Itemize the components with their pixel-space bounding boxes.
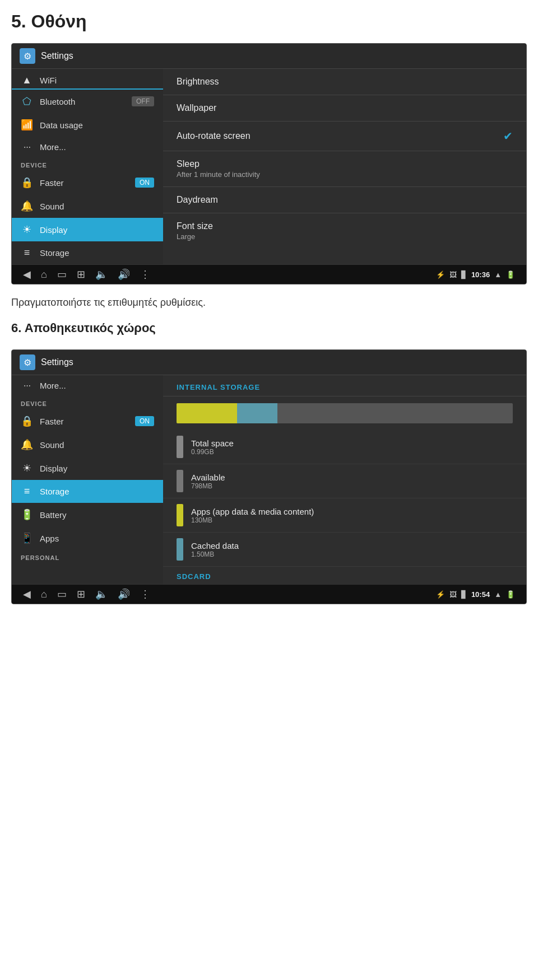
- sidebar2-item-faster[interactable]: 🔒 Faster ON: [12, 409, 163, 433]
- nav-icons-2: ◀ ⌂ ▭ ⊞ 🔈 🔊 ⋮: [23, 588, 430, 600]
- battery2-nav-icon: 🔋: [506, 590, 515, 599]
- sdcard-label: SDCARD: [163, 567, 526, 584]
- auto-rotate-check: ✔: [503, 129, 513, 143]
- screenshot-button[interactable]: ⊞: [77, 268, 85, 281]
- wifi2-nav-icon: ▲: [494, 590, 502, 599]
- sound2-icon: 🔔: [21, 438, 33, 451]
- bluetooth-icon: ⬠: [21, 95, 33, 108]
- sidebar2-item-more[interactable]: ⋯ More...: [12, 375, 163, 396]
- apps-info: Apps (app data & media content) 130MB: [191, 507, 314, 524]
- available-info: Available 798MB: [191, 473, 225, 490]
- wifi-icon: ▲: [21, 74, 33, 86]
- sidebar2-item-display[interactable]: ☀ Display: [12, 456, 163, 480]
- sidebar2-item-storage[interactable]: ≡ Storage: [12, 480, 163, 503]
- internal-storage-header: INTERNAL STORAGE: [163, 375, 526, 396]
- sidebar2-item-apps[interactable]: 📱 Apps: [12, 526, 163, 550]
- storage2-icon: ≡: [21, 486, 33, 497]
- sidebar-item-more[interactable]: ⋯ More...: [12, 137, 163, 157]
- img2-icon: 🖼: [449, 590, 457, 599]
- sidebar-item-bluetooth[interactable]: ⬠ Bluetooth OFF: [12, 90, 163, 113]
- cached-value: 1.50MB: [191, 550, 239, 558]
- navbar-2: ◀ ⌂ ▭ ⊞ 🔈 🔊 ⋮ ⚡ 🖼 ▊ 10:54 ▲ 🔋: [12, 584, 526, 604]
- vol-down-button-2[interactable]: 🔈: [95, 588, 108, 600]
- storage-bar-apps: [237, 403, 277, 423]
- sidebar2-item-sound[interactable]: 🔔 Sound: [12, 433, 163, 456]
- total-space-value: 0.99GB: [191, 448, 234, 456]
- sidebar2-apps-label: Apps: [40, 534, 59, 543]
- usb2-icon: ⚡: [436, 590, 445, 599]
- vol-up-button[interactable]: 🔊: [118, 268, 130, 281]
- apps-storage-value: 130MB: [191, 516, 314, 524]
- back-button-2[interactable]: ◀: [23, 588, 31, 600]
- settings-body-1: ▲ WiFi ⬠ Bluetooth OFF 📶 Data usage ⋯: [12, 69, 526, 264]
- cached-info: Cached data 1.50MB: [191, 541, 239, 558]
- storage-bar-used: [177, 403, 237, 423]
- available-dot: [177, 470, 183, 492]
- section1-title: 5. Οθόνη: [0, 0, 538, 38]
- screenshot-button-2[interactable]: ⊞: [77, 588, 85, 600]
- sidebar-item-display[interactable]: ☀ Display: [12, 218, 163, 241]
- recents-button[interactable]: ▭: [57, 268, 67, 281]
- bluetooth-toggle[interactable]: OFF: [132, 96, 154, 106]
- home-button-2[interactable]: ⌂: [41, 589, 47, 600]
- description-1: Πραγματοποιήστε τις επιθυμητές ρυθμίσεις…: [0, 290, 538, 315]
- content-auto-rotate[interactable]: Auto-rotate screen ✔: [163, 122, 526, 151]
- personal-section-label: PERSONAL: [12, 550, 163, 563]
- content-font-size[interactable]: Font size Large: [163, 213, 526, 249]
- sidebar-2: ⋯ More... DEVICE 🔒 Faster ON 🔔 Sound: [12, 375, 163, 584]
- apps-dot: [177, 504, 183, 526]
- apps-storage-label: Apps (app data & media content): [191, 507, 314, 516]
- titlebar-2: ⚙ Settings: [12, 350, 526, 375]
- cached-label: Cached data: [191, 541, 239, 550]
- settings-app-title-2: Settings: [41, 357, 73, 367]
- settings-app-title: Settings: [41, 51, 73, 61]
- faster2-toggle[interactable]: ON: [135, 416, 154, 426]
- storage-icon: ≡: [21, 247, 33, 259]
- content-wallpaper[interactable]: Wallpaper: [163, 95, 526, 122]
- sidebar2-display-label: Display: [40, 464, 67, 473]
- vol-up-button-2[interactable]: 🔊: [118, 588, 130, 600]
- font-size-sublabel: Large: [177, 232, 513, 241]
- recents-button-2[interactable]: ▭: [57, 588, 67, 600]
- sidebar2-faster-label: Faster: [40, 417, 64, 426]
- sidebar2-more-label: More...: [40, 381, 66, 390]
- lock-icon: 🔒: [21, 176, 33, 189]
- menu-button-2[interactable]: ⋮: [140, 588, 150, 600]
- settings-content-2: INTERNAL STORAGE Total space 0.99GB: [163, 375, 526, 584]
- img-icon: 🖼: [449, 270, 457, 279]
- sidebar-wifi-label: WiFi: [40, 76, 57, 85]
- navbar-1: ◀ ⌂ ▭ ⊞ 🔈 🔊 ⋮ ⚡ 🖼 ▊ 10:36 ▲ 🔋: [12, 264, 526, 284]
- vol-down-button[interactable]: 🔈: [95, 268, 108, 281]
- sidebar-item-data-usage[interactable]: 📶 Data usage: [12, 113, 163, 137]
- sidebar2-sound-label: Sound: [40, 440, 64, 450]
- battery-icon-nav: ▊: [461, 270, 467, 279]
- settings-app-icon-2: ⚙: [20, 354, 35, 370]
- faster-toggle[interactable]: ON: [135, 178, 154, 188]
- titlebar-1: ⚙ Settings: [12, 44, 526, 69]
- sidebar-item-storage[interactable]: ≡ Storage: [12, 241, 163, 264]
- sidebar-item-wifi[interactable]: ▲ WiFi: [12, 69, 163, 90]
- sidebar-more-label: More...: [40, 142, 66, 152]
- sleep-sublabel: After 1 minute of inactivity: [177, 170, 513, 179]
- auto-rotate-label: Auto-rotate screen: [177, 131, 251, 141]
- storage-cached[interactable]: Cached data 1.50MB: [163, 533, 526, 567]
- back-button[interactable]: ◀: [23, 268, 31, 281]
- storage-apps[interactable]: Apps (app data & media content) 130MB: [163, 498, 526, 533]
- lock2-icon: 🔒: [21, 415, 33, 427]
- device-section-label: DEVICE: [12, 157, 163, 171]
- content-sleep[interactable]: Sleep After 1 minute of inactivity: [163, 151, 526, 187]
- content-daydream[interactable]: Daydream: [163, 187, 526, 213]
- sidebar-storage-label: Storage: [40, 248, 69, 258]
- sidebar-item-faster[interactable]: 🔒 Faster ON: [12, 171, 163, 194]
- content-brightness[interactable]: Brightness: [163, 69, 526, 95]
- settings-app-2: ⚙ Settings ⋯ More... DEVICE 🔒 Faster ON: [12, 350, 526, 604]
- screenshot1-container: ⚙ Settings ▲ WiFi ⬠ Bluetooth OFF: [11, 43, 527, 284]
- sidebar-item-sound[interactable]: 🔔 Sound: [12, 194, 163, 218]
- storage-available: Available 798MB: [163, 464, 526, 498]
- apps2-icon: 📱: [21, 532, 33, 544]
- menu-button[interactable]: ⋮: [140, 268, 150, 281]
- daydream-label: Daydream: [177, 195, 218, 204]
- home-button[interactable]: ⌂: [41, 269, 47, 281]
- sidebar2-item-battery[interactable]: 🔋 Battery: [12, 503, 163, 526]
- display-icon: ☀: [21, 223, 33, 236]
